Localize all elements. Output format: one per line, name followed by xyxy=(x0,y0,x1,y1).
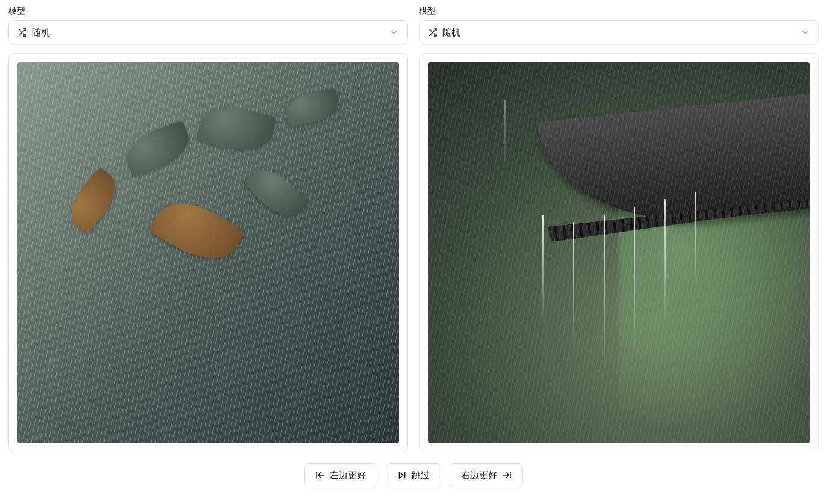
left-model-label: 模型 xyxy=(8,6,408,17)
arrow-left-to-line-icon xyxy=(315,470,325,480)
left-better-button[interactable]: 左边更好 xyxy=(304,463,377,487)
arrow-right-to-line-icon xyxy=(502,470,512,480)
right-model-value: 随机 xyxy=(442,27,460,38)
right-image[interactable] xyxy=(428,62,810,443)
chevron-down-icon xyxy=(800,28,810,37)
shuffle-icon xyxy=(428,28,438,37)
right-image-card xyxy=(419,53,819,452)
right-better-label: 右边更好 xyxy=(461,470,497,481)
left-panel: 模型 随机 xyxy=(8,6,408,452)
skip-label: 跳过 xyxy=(412,470,430,481)
left-better-label: 左边更好 xyxy=(330,470,366,481)
left-model-value: 随机 xyxy=(32,27,50,38)
svg-marker-0 xyxy=(399,472,403,479)
left-image-card xyxy=(8,53,408,452)
skip-button[interactable]: 跳过 xyxy=(386,463,441,487)
shuffle-icon xyxy=(17,28,27,37)
right-model-select[interactable]: 随机 xyxy=(419,20,819,45)
right-better-button[interactable]: 右边更好 xyxy=(450,463,523,487)
compare-row: 模型 随机 模型 xyxy=(8,6,819,452)
vote-actions: 左边更好 跳过 右边更好 xyxy=(8,463,819,487)
left-image[interactable] xyxy=(17,62,399,443)
skip-forward-icon xyxy=(397,470,407,480)
right-panel: 模型 随机 xyxy=(419,6,819,452)
left-model-select[interactable]: 随机 xyxy=(8,20,408,45)
right-model-label: 模型 xyxy=(419,6,819,17)
chevron-down-icon xyxy=(389,28,399,37)
